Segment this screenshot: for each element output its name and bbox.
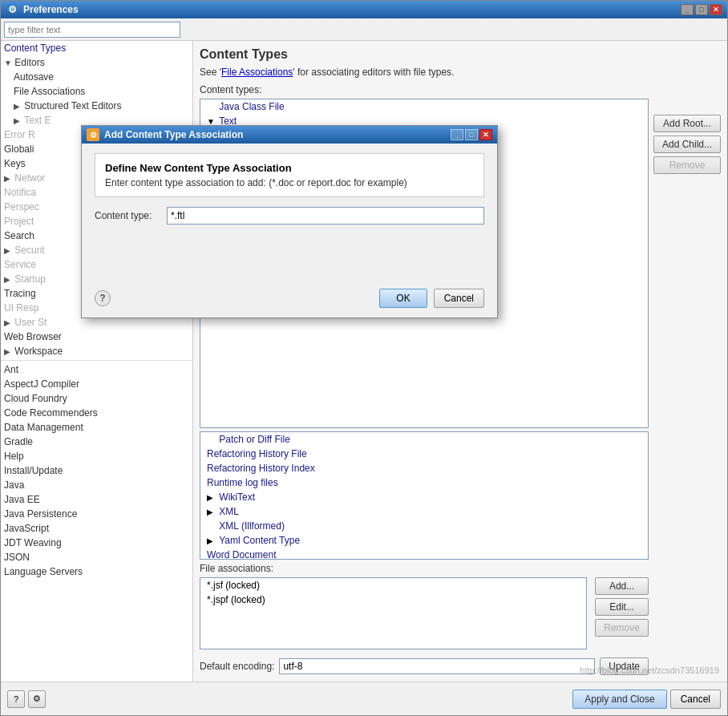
main-window: ⚙ Preferences _ □ ✕ Content Types ▼ Edit… <box>0 0 728 716</box>
ct-item-refactoring-history[interactable]: Refactoring History File <box>200 447 648 461</box>
ct-item-patch[interactable]: Patch or Diff File <box>200 432 648 447</box>
add-child-button[interactable]: Add Child... <box>653 136 721 153</box>
sidebar-item-file-associations[interactable]: File Associations <box>1 84 192 99</box>
fa-edit-button[interactable]: Edit... <box>595 598 649 616</box>
sidebar-item-data-management[interactable]: Data Management <box>1 420 192 435</box>
sidebar-item-cloud-foundry[interactable]: Cloud Foundry <box>1 391 192 406</box>
minimize-button[interactable]: _ <box>681 4 694 15</box>
update-button[interactable]: Update <box>600 657 649 675</box>
panel-desc: See 'File Associations' for associating … <box>200 67 721 78</box>
expand-icon-5: ▶ <box>4 246 12 255</box>
file-assoc-list[interactable]: *.jsf (locked) *.jspf (locked) <box>200 577 587 649</box>
dialog-buttons: ? OK Cancel <box>95 289 484 308</box>
main-cancel-button[interactable]: Cancel <box>670 690 721 709</box>
close-button[interactable]: ✕ <box>710 4 722 15</box>
file-assoc-link[interactable]: File Associations <box>221 67 293 78</box>
sidebar-item-content-types[interactable]: Content Types <box>1 41 192 55</box>
panel-title: Content Types <box>200 47 721 62</box>
sidebar-item-jdt-weaving[interactable]: JDT Weaving <box>1 536 192 550</box>
sidebar-item-web-browser[interactable]: Web Browser <box>1 330 192 344</box>
content-types-extended[interactable]: Patch or Diff File Refactoring History F… <box>200 431 649 560</box>
filter-input[interactable] <box>4 22 180 38</box>
dialog-content: Define New Content Type Association Ente… <box>82 144 497 318</box>
prefs-button[interactable]: ⚙ <box>28 690 46 708</box>
expand-icon-8: ▶ <box>4 347 12 356</box>
file-assoc-label: File associations: <box>200 563 649 574</box>
ct-item-xml-illformed[interactable]: XML (Illformed) <box>200 519 648 533</box>
app-icon: ⚙ <box>6 3 18 16</box>
expand-icon-3: ▶ <box>14 116 22 125</box>
sidebar-item-help[interactable]: Help <box>1 449 192 463</box>
dialog-header-title: Define New Content Type Association <box>105 162 474 174</box>
expand-icon-2: ▶ <box>14 102 22 111</box>
encoding-input[interactable] <box>279 658 595 674</box>
add-root-button[interactable]: Add Root... <box>653 115 721 132</box>
bottom-right: Apply and Close Cancel <box>572 690 721 709</box>
sidebar-item-javascript[interactable]: JavaScript <box>1 521 192 536</box>
toolbar <box>1 18 727 41</box>
sidebar-item-structured-text[interactable]: ▶ Structured Text Editors <box>1 99 192 113</box>
dialog-close-button[interactable]: ✕ <box>479 129 492 140</box>
sidebar-item-gradle[interactable]: Gradle <box>1 435 192 449</box>
fa-buttons: Add... Edit... Remove <box>595 577 649 653</box>
maximize-button[interactable]: □ <box>695 4 708 15</box>
expand-icon-7: ▶ <box>4 318 12 327</box>
sidebar-item-code-recommenders[interactable]: Code Recommenders <box>1 406 192 420</box>
sidebar-item-java[interactable]: Java <box>1 478 192 492</box>
expand-icon-6: ▶ <box>4 275 12 284</box>
apply-close-button[interactable]: Apply and Close <box>572 690 666 709</box>
sidebar-item-java-ee[interactable]: Java EE <box>1 492 192 507</box>
dialog-ok-button[interactable]: OK <box>379 289 427 308</box>
sidebar-item-java-persistence[interactable]: Java Persistence <box>1 507 192 521</box>
sidebar-item-ant[interactable]: Ant <box>1 362 192 377</box>
sidebar-item-autosave[interactable]: Autosave <box>1 70 192 84</box>
fa-item-jsf[interactable]: *.jsf (locked) <box>200 578 586 593</box>
window-title: Preferences <box>23 4 681 15</box>
dialog-header-desc: Enter content type association to add: (… <box>105 177 474 188</box>
ct-item-word[interactable]: Word Document <box>200 548 648 560</box>
dialog-minimize-button[interactable]: _ <box>451 129 463 140</box>
dialog-cancel-button[interactable]: Cancel <box>434 289 484 308</box>
sidebar-item-editors[interactable]: ▼ Editors <box>1 55 192 70</box>
ct-item-refactoring-index[interactable]: Refactoring History Index <box>200 461 648 475</box>
fa-add-button[interactable]: Add... <box>595 577 649 595</box>
sidebar-item-install-update[interactable]: Install/Update <box>1 463 192 478</box>
ct-item-xml[interactable]: ▶ XML <box>200 504 648 519</box>
ct-item-yaml[interactable]: ▶ Yaml Content Type <box>200 533 648 548</box>
dialog-icon: ⚙ <box>87 128 99 141</box>
ct-item-runtime-log[interactable]: Runtime log files <box>200 475 648 490</box>
dialog-help-button[interactable]: ? <box>95 290 111 306</box>
content-types-label: Content types: <box>200 84 721 95</box>
sidebar-item-workspace[interactable]: ▶ Workspace <box>1 344 192 358</box>
dialog-title-bar: ⚙ Add Content Type Association _ □ ✕ <box>82 126 497 144</box>
dialog-title: Add Content Type Association <box>104 129 451 140</box>
fa-remove-button[interactable]: Remove <box>595 619 649 637</box>
add-content-type-dialog: ⚙ Add Content Type Association _ □ ✕ Def… <box>81 125 498 318</box>
dialog-field-label: Content type: <box>95 210 167 221</box>
sidebar-item-aspectj[interactable]: AspectJ Compiler <box>1 377 192 391</box>
sidebar-item-language-servers[interactable]: Language Servers <box>1 564 192 579</box>
remove-button[interactable]: Remove <box>653 156 721 174</box>
file-assoc-section: File associations: *.jsf (locked) *.jspf… <box>200 563 649 653</box>
content-type-input[interactable] <box>167 207 484 225</box>
bottom-left: ? ⚙ <box>7 690 46 708</box>
window-controls: _ □ ✕ <box>681 4 722 15</box>
expand-icon-4: ▶ <box>4 174 12 183</box>
encoding-row: Default encoding: Update <box>200 657 649 675</box>
sidebar-item-json[interactable]: JSON <box>1 550 192 564</box>
fa-item-jspf[interactable]: *.jspf (locked) <box>200 593 586 607</box>
title-bar: ⚙ Preferences _ □ ✕ <box>1 1 727 18</box>
ct-item-java-class[interactable]: Java Class File <box>200 99 648 114</box>
bottom-bar: ? ⚙ Apply and Close Cancel <box>1 682 727 715</box>
dialog-maximize-button[interactable]: □ <box>465 129 478 140</box>
dialog-spacer <box>95 241 484 289</box>
help-button[interactable]: ? <box>7 690 25 708</box>
dialog-controls: _ □ ✕ <box>451 129 492 140</box>
expand-icon: ▼ <box>4 59 12 67</box>
dialog-field: Content type: <box>95 207 484 225</box>
dialog-header: Define New Content Type Association Ente… <box>95 153 484 197</box>
ct-buttons: Add Root... Add Child... Remove <box>653 115 721 675</box>
encoding-label: Default encoding: <box>200 661 274 672</box>
ct-item-wikitext[interactable]: ▶ WikiText <box>200 490 648 504</box>
